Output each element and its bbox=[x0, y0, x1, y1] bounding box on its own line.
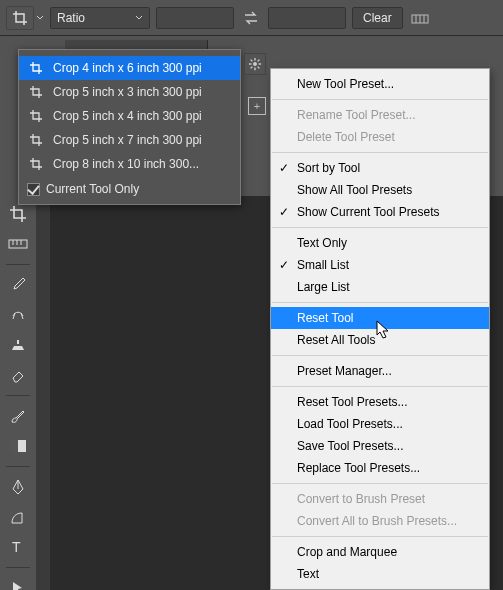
swap-dimensions-button[interactable] bbox=[240, 7, 262, 29]
menu-replace-tool-presets[interactable]: Replace Tool Presets... bbox=[271, 457, 489, 479]
tool-preset-dropdown: Crop 4 inch x 6 inch 300 ppi Crop 5 inch… bbox=[18, 49, 241, 205]
tool-preset-picker-button[interactable] bbox=[6, 6, 34, 30]
svg-line-11 bbox=[258, 60, 260, 62]
menu-show-all-tool-presets[interactable]: Show All Tool Presets bbox=[271, 179, 489, 201]
tools-panel: T bbox=[0, 198, 36, 590]
separator bbox=[6, 264, 30, 265]
separator bbox=[272, 536, 488, 537]
svg-rect-13 bbox=[9, 240, 27, 248]
preset-label: Crop 4 inch x 6 inch 300 ppi bbox=[53, 61, 202, 75]
separator bbox=[6, 567, 30, 568]
preset-label: Crop 8 inch x 10 inch 300... bbox=[53, 157, 199, 171]
preset-label: Crop 5 inch x 4 inch 300 ppi bbox=[53, 109, 202, 123]
menu-text-only[interactable]: Text Only bbox=[271, 232, 489, 254]
svg-line-9 bbox=[251, 60, 253, 62]
preset-label: Crop 5 inch x 7 inch 300 ppi bbox=[53, 133, 202, 147]
menu-convert-to-brush-preset: Convert to Brush Preset bbox=[271, 488, 489, 510]
crop-tool-icon[interactable] bbox=[3, 202, 33, 226]
svg-point-4 bbox=[253, 62, 257, 66]
preset-item[interactable]: Crop 5 inch x 4 inch 300 ppi bbox=[19, 104, 240, 128]
preset-flyout-gear-button[interactable] bbox=[244, 53, 266, 75]
clone-stamp-tool-icon[interactable] bbox=[3, 333, 33, 357]
healing-brush-tool-icon[interactable] bbox=[3, 303, 33, 327]
menu-text[interactable]: Text bbox=[271, 563, 489, 585]
preset-flyout-menu: New Tool Preset... Rename Tool Preset...… bbox=[270, 68, 490, 590]
chevron-down-icon bbox=[135, 14, 143, 22]
separator bbox=[272, 483, 488, 484]
aspect-ratio-select[interactable]: Ratio bbox=[50, 7, 150, 29]
separator bbox=[6, 395, 30, 396]
menu-new-tool-preset[interactable]: New Tool Preset... bbox=[271, 73, 489, 95]
separator bbox=[272, 302, 488, 303]
eraser-tool-icon[interactable] bbox=[3, 363, 33, 387]
menu-reset-tool[interactable]: Reset Tool bbox=[271, 307, 489, 329]
crop-icon bbox=[27, 107, 45, 125]
preset-item[interactable]: Crop 4 inch x 6 inch 300 ppi bbox=[19, 56, 240, 80]
preset-item[interactable]: Crop 5 inch x 3 inch 300 ppi bbox=[19, 80, 240, 104]
separator bbox=[272, 152, 488, 153]
clear-button[interactable]: Clear bbox=[352, 7, 403, 29]
svg-line-10 bbox=[258, 67, 260, 69]
straighten-icon[interactable] bbox=[409, 7, 431, 29]
current-tool-only-label: Current Tool Only bbox=[46, 182, 139, 196]
menu-reset-all-tools[interactable]: Reset All Tools bbox=[271, 329, 489, 351]
type-tool-icon[interactable]: T bbox=[3, 535, 33, 559]
crop-icon bbox=[27, 155, 45, 173]
pen-tool-icon[interactable] bbox=[3, 475, 33, 499]
svg-text:T: T bbox=[12, 539, 21, 555]
brush-tool-icon[interactable] bbox=[3, 404, 33, 428]
menu-reset-tool-presets[interactable]: Reset Tool Presets... bbox=[271, 391, 489, 413]
crop-icon bbox=[27, 131, 45, 149]
crop-icon bbox=[27, 83, 45, 101]
aspect-ratio-label: Ratio bbox=[57, 11, 85, 25]
path-selection-tool-icon[interactable] bbox=[3, 576, 33, 590]
separator bbox=[272, 99, 488, 100]
svg-rect-18 bbox=[10, 440, 18, 452]
crop-height-input[interactable] bbox=[268, 7, 346, 29]
preset-item[interactable]: Crop 5 inch x 7 inch 300 ppi bbox=[19, 128, 240, 152]
options-bar: Ratio Clear bbox=[0, 0, 503, 36]
menu-rename-tool-preset: Rename Tool Preset... bbox=[271, 104, 489, 126]
current-tool-only-row[interactable]: Current Tool Only bbox=[19, 176, 240, 196]
ruler-tool-icon[interactable] bbox=[3, 232, 33, 256]
svg-line-12 bbox=[251, 67, 253, 69]
crop-width-input[interactable] bbox=[156, 7, 234, 29]
preset-label: Crop 5 inch x 3 inch 300 ppi bbox=[53, 85, 202, 99]
separator bbox=[272, 386, 488, 387]
menu-save-tool-presets[interactable]: Save Tool Presets... bbox=[271, 435, 489, 457]
menu-show-current-tool-presets[interactable]: Show Current Tool Presets bbox=[271, 201, 489, 223]
shape-tool-icon[interactable] bbox=[3, 505, 33, 529]
menu-preset-manager[interactable]: Preset Manager... bbox=[271, 360, 489, 382]
menu-convert-all-to-brush-presets: Convert All to Brush Presets... bbox=[271, 510, 489, 532]
separator bbox=[272, 355, 488, 356]
menu-crop-and-marquee[interactable]: Crop and Marquee bbox=[271, 541, 489, 563]
menu-small-list[interactable]: Small List bbox=[271, 254, 489, 276]
preset-item[interactable]: Crop 8 inch x 10 inch 300... bbox=[19, 152, 240, 176]
gradient-tool-icon[interactable] bbox=[3, 434, 33, 458]
menu-load-tool-presets[interactable]: Load Tool Presets... bbox=[271, 413, 489, 435]
new-preset-icon[interactable]: + bbox=[248, 97, 266, 115]
menu-delete-tool-preset: Delete Tool Preset bbox=[271, 126, 489, 148]
checkbox-checked-icon[interactable] bbox=[27, 183, 40, 196]
menu-sort-by-tool[interactable]: Sort by Tool bbox=[271, 157, 489, 179]
chevron-down-icon[interactable] bbox=[36, 14, 44, 22]
separator bbox=[272, 227, 488, 228]
separator bbox=[6, 466, 30, 467]
eyedropper-tool-icon[interactable] bbox=[3, 273, 33, 297]
crop-icon bbox=[27, 59, 45, 77]
menu-large-list[interactable]: Large List bbox=[271, 276, 489, 298]
